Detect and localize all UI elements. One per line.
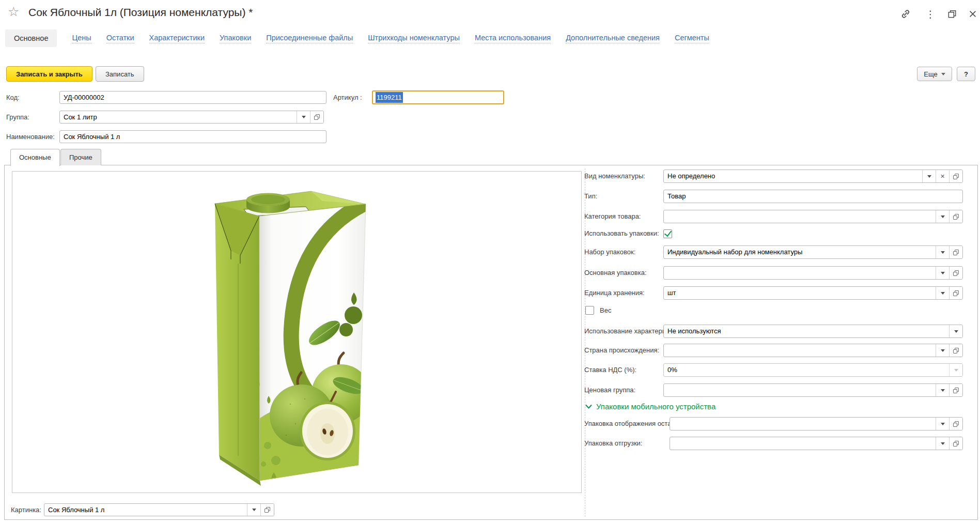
article-label: Артикул : xyxy=(333,91,362,104)
shipment-package-open-button[interactable] xyxy=(949,437,962,450)
vat-label: Ставка НДС (%): xyxy=(584,363,636,377)
open-in-form-icon xyxy=(953,441,959,447)
nav-link-barcodes[interactable]: Штрихкоды номенклатуры xyxy=(368,34,460,43)
nav-link-stock[interactable]: Остатки xyxy=(106,34,134,43)
country-combo[interactable] xyxy=(663,344,963,357)
storage-unit-value: шт xyxy=(664,287,936,299)
kind-combo[interactable]: Не определено × xyxy=(663,170,963,183)
item-card-window: ☆ Сок Яблочный 1л (Позиция номенклатуры)… xyxy=(0,0,980,523)
main-package-open-button[interactable] xyxy=(949,267,962,279)
chevron-down-icon xyxy=(252,509,256,511)
open-in-form-icon xyxy=(953,174,959,179)
more-actions-button[interactable]: Еще xyxy=(917,67,952,81)
main-package-combo[interactable] xyxy=(663,266,963,280)
storage-unit-combo[interactable]: шт xyxy=(663,286,963,300)
price-group-dropdown-button[interactable] xyxy=(936,384,949,396)
picture-label: Картинка: xyxy=(11,503,41,517)
window-title: Сок Яблочный 1л (Позиция номенклатуры) * xyxy=(28,6,253,19)
country-label: Страна происхождения: xyxy=(584,344,659,357)
category-dropdown-button[interactable] xyxy=(936,210,949,223)
tab-panel-main: Вид номенклатуры: Не определено × Тип: Т… xyxy=(4,165,978,520)
characteristics-dropdown-button[interactable] xyxy=(949,325,962,337)
package-set-combo[interactable]: Индивидуальный набор для номенклатуры xyxy=(663,245,963,259)
group-dropdown-button[interactable] xyxy=(297,111,310,123)
shipment-package-label: Упаковка отгрузки: xyxy=(584,437,642,450)
type-input[interactable]: Товар xyxy=(663,190,963,203)
nav-link-prices[interactable]: Цены xyxy=(72,34,91,43)
storage-unit-dropdown-button[interactable] xyxy=(936,287,949,299)
vat-combo[interactable]: 0% xyxy=(663,363,963,377)
picture-combo[interactable]: Сок Яблочный 1 л xyxy=(44,503,274,516)
country-dropdown-button[interactable] xyxy=(936,344,949,357)
category-open-button[interactable] xyxy=(949,210,962,223)
open-in-form-icon xyxy=(953,348,959,353)
storage-unit-open-button[interactable] xyxy=(949,287,962,299)
nav-bar: Основное Цены Остатки Характеристики Упа… xyxy=(5,28,709,48)
package-set-value: Индивидуальный набор для номенклатуры xyxy=(664,246,936,258)
kind-open-button[interactable] xyxy=(949,170,962,182)
open-in-form-icon xyxy=(953,290,959,296)
main-package-dropdown-button[interactable] xyxy=(936,267,949,279)
nav-link-usage-places[interactable]: Места использования xyxy=(475,34,551,43)
package-set-label: Набор упаковок: xyxy=(584,245,635,259)
more-menu-icon[interactable]: ⋮ xyxy=(923,7,938,21)
picture-open-button[interactable] xyxy=(260,504,274,516)
close-icon[interactable] xyxy=(965,7,980,21)
nav-link-characteristics[interactable]: Характеристики xyxy=(149,34,205,43)
save-button[interactable]: Записать xyxy=(96,66,144,82)
clear-x-icon: × xyxy=(940,173,944,180)
tab-main[interactable]: Основные xyxy=(10,149,60,166)
kind-dropdown-button[interactable] xyxy=(922,170,936,182)
chevron-down-icon xyxy=(941,216,945,218)
category-combo[interactable] xyxy=(663,210,963,223)
shipment-package-combo[interactable] xyxy=(670,437,963,450)
category-value xyxy=(664,210,936,223)
name-input[interactable]: Сок Яблочный 1 л xyxy=(59,130,326,143)
weight-checkbox[interactable] xyxy=(585,306,594,315)
chevron-down-icon xyxy=(941,423,945,425)
picture-value: Сок Яблочный 1 л xyxy=(44,504,247,516)
nav-link-additional-info[interactable]: Дополнительные сведения xyxy=(566,34,660,43)
save-and-close-button[interactable]: Записать и закрыть xyxy=(6,66,92,82)
get-link-icon[interactable] xyxy=(898,7,913,21)
group-open-button[interactable] xyxy=(310,111,323,123)
open-in-form-icon xyxy=(953,250,959,255)
favorite-star-icon[interactable]: ☆ xyxy=(8,5,19,18)
group-combo[interactable]: Сок 1 литр xyxy=(59,111,324,124)
price-group-value xyxy=(664,384,936,396)
nav-link-attached-files[interactable]: Присоединенные файлы xyxy=(266,34,353,43)
category-label: Категория товара: xyxy=(584,210,641,223)
chevron-down-icon xyxy=(954,369,958,372)
kind-clear-button[interactable]: × xyxy=(936,170,949,182)
price-group-label: Ценовая группа: xyxy=(584,383,635,397)
display-package-open-button[interactable] xyxy=(949,418,962,430)
display-package-dropdown-button[interactable] xyxy=(936,418,949,430)
mobile-packages-section-header[interactable]: Упаковки мобильного устройства xyxy=(585,402,715,411)
nav-tab-main[interactable]: Основное xyxy=(5,29,57,47)
shipment-package-value xyxy=(670,437,936,450)
price-group-open-button[interactable] xyxy=(949,384,962,396)
package-set-open-button[interactable] xyxy=(949,246,962,258)
shipment-package-dropdown-button[interactable] xyxy=(936,437,949,450)
use-packages-label: Использовать упаковки: xyxy=(584,227,659,240)
tab-other[interactable]: Прочие xyxy=(60,149,101,165)
nav-link-segments[interactable]: Сегменты xyxy=(675,34,709,43)
kind-value: Не определено xyxy=(664,170,922,182)
code-input[interactable]: УД-00000002 xyxy=(59,91,326,104)
use-packages-checkbox[interactable] xyxy=(663,229,672,238)
price-group-combo[interactable] xyxy=(663,383,963,397)
item-picture-field[interactable] xyxy=(12,171,582,493)
open-in-form-icon xyxy=(953,388,959,393)
nav-link-packages[interactable]: Упаковки xyxy=(220,34,251,43)
article-input[interactable]: 1199211 xyxy=(372,90,504,104)
help-button[interactable]: ? xyxy=(957,67,975,81)
country-open-button[interactable] xyxy=(949,344,962,357)
restore-window-icon[interactable] xyxy=(944,7,960,21)
picture-dropdown-button[interactable] xyxy=(247,504,260,516)
display-package-combo[interactable] xyxy=(670,417,963,430)
name-value: Сок Яблочный 1 л xyxy=(60,131,326,143)
type-value: Товар xyxy=(664,190,962,203)
country-value xyxy=(664,344,936,357)
characteristics-combo[interactable]: Не используются xyxy=(663,325,963,338)
package-set-dropdown-button[interactable] xyxy=(936,246,949,258)
